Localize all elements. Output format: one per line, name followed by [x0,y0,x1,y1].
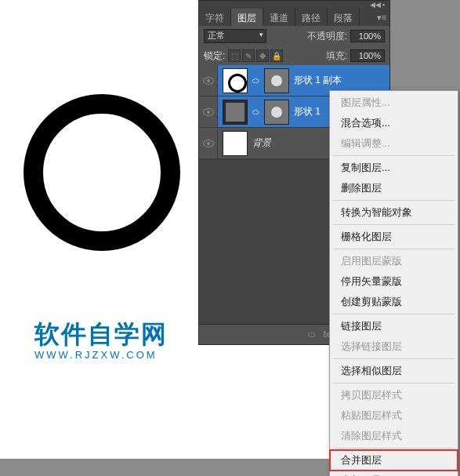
tab-paragraph[interactable]: 段落 [328,9,360,26]
menu-item[interactable]: 转换为智能对象 [330,202,458,223]
menu-separator [333,358,455,359]
watermark-cn: 软件自学网 [34,318,168,352]
ring-shape [24,94,180,251]
fill-value[interactable]: 100% [350,49,385,62]
mask-thumb[interactable] [264,68,289,93]
mask-thumb[interactable] [264,100,289,125]
menu-separator [333,383,455,383]
menu-item: 编辑调整... [330,133,458,154]
tab-channels[interactable]: 通道 [263,9,295,26]
visibility-toggle[interactable] [199,65,218,96]
lock-move-icon[interactable]: ✥ [256,49,269,62]
eye-icon [203,140,214,147]
layer-context-menu: 图层属性...混合选项...编辑调整...复制图层...删除图层转换为智能对象栅… [329,90,458,476]
close-icon[interactable]: ▪ [382,1,385,9]
menu-item: 清除图层样式 [330,426,458,446]
watermark: 软件自学网 WWW.RJZXW.COM [34,318,168,361]
lock-fill-row: 锁定: ⬚ ✎ ✥ 🔒 填充: 100% [199,46,389,65]
menu-item[interactable]: 链接图层 [330,316,458,336]
menu-item: 图层属性... [330,93,458,113]
menu-item[interactable]: 创建剪贴蒙版 [330,292,458,312]
fill-label: 填充: [326,49,347,63]
menu-item[interactable]: 复制图层... [330,158,458,178]
menu-item[interactable]: 混合选项... [330,113,458,133]
blend-opacity-row: 正常 不透明度: 100% [199,26,389,46]
link-icon: ⬭ [252,107,259,117]
menu-item: 选择链接图层 [330,336,458,357]
menu-item: 启用图层蒙版 [330,251,458,271]
eye-icon [203,108,214,116]
menu-item[interactable]: 选择相似图层 [330,361,458,381]
menu-separator [333,314,455,314]
collapse-icon[interactable]: ◀◀ [370,1,381,9]
menu-item[interactable]: 栅格化图层 [330,227,458,247]
layer-name[interactable]: 形状 1 副本 [294,74,386,87]
eye-icon [203,77,214,85]
layer-thumb[interactable] [223,68,248,93]
menu-separator [333,448,455,449]
menu-item[interactable]: 合并可见图层 [330,471,458,476]
menu-separator [333,224,455,225]
lock-transparent-icon[interactable]: ⬚ [228,49,241,62]
tab-layers[interactable]: 图层 [231,9,263,26]
watermark-en: WWW.RJZXW.COM [34,349,168,361]
blend-mode-select[interactable]: 正常 [204,29,266,43]
lock-brush-icon[interactable]: ✎ [242,49,255,62]
lock-icons: ⬚ ✎ ✥ 🔒 [228,49,283,62]
tab-paths[interactable]: 路径 [295,9,328,26]
panel-titlebar[interactable]: ◀◀ ▪ [199,1,389,9]
panel-menu-icon[interactable]: ▾≡ [374,9,389,26]
menu-separator [333,200,455,201]
link-icon: ⬭ [252,76,259,85]
menu-item[interactable]: 合并图层 [330,450,458,471]
panel-tabs: 字符 图层 通道 路径 段落 ▾≡ [199,9,389,26]
opacity-value[interactable]: 100% [350,30,385,42]
lock-label: 锁定: [204,49,225,63]
menu-item[interactable]: 停用矢量蒙版 [330,271,458,292]
tab-character[interactable]: 字符 [199,9,231,26]
link-layers-icon[interactable]: ⬭ [308,329,315,340]
lock-all-icon[interactable]: 🔒 [270,49,283,62]
visibility-toggle[interactable] [199,96,218,127]
menu-separator [333,249,455,249]
menu-item[interactable]: 删除图层 [330,178,458,198]
opacity-label: 不透明度: [307,30,347,43]
layer-thumb[interactable] [223,100,248,125]
visibility-toggle[interactable] [199,128,218,158]
menu-item: 粘贴图层样式 [330,405,458,426]
layer-thumb[interactable] [223,131,248,156]
menu-separator [333,155,455,156]
menu-item: 拷贝图层样式 [330,385,458,405]
